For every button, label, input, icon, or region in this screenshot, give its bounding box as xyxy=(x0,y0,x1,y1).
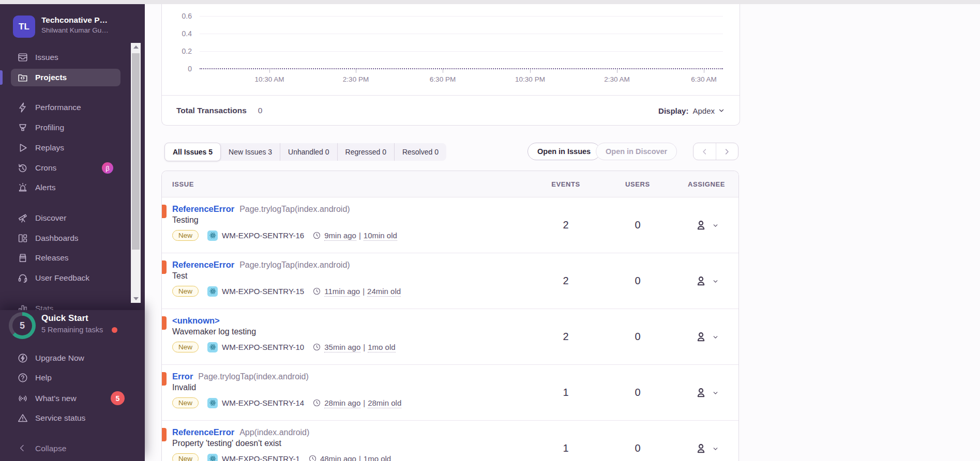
assignee-dropdown[interactable] xyxy=(674,219,738,232)
react-icon xyxy=(207,230,218,241)
sidebar-item-releases[interactable]: Releases xyxy=(11,249,120,267)
tab-regressed[interactable]: Regressed 0 xyxy=(337,143,394,161)
play-icon xyxy=(17,142,28,153)
scrollbar-up-arrow[interactable] xyxy=(131,43,141,51)
quick-start-progress-ring[interactable]: 5 xyxy=(9,312,36,339)
sidebar-collapse-button[interactable]: Collapse xyxy=(11,440,120,457)
issue-first-seen: 28min old xyxy=(368,398,401,408)
sidebar-item-performance[interactable]: Performance xyxy=(11,99,120,116)
react-icon xyxy=(207,342,218,352)
issue-title-link[interactable]: ReferenceError xyxy=(172,427,234,437)
column-users: USERS xyxy=(601,180,674,188)
assignee-dropdown[interactable] xyxy=(674,442,738,455)
issue-title-link[interactable]: Error xyxy=(172,372,193,381)
issue-row: <unknown> Wavemaker log testing New WM-E… xyxy=(162,309,738,365)
circle-lightning-icon xyxy=(17,352,28,364)
users-count: 0 xyxy=(601,331,674,343)
quick-start-subtitle: 5 Remaining tasks xyxy=(41,326,103,334)
issue-title-link[interactable]: <unknown> xyxy=(172,316,220,326)
issues-filter-tabs: All Issues 5New Issues 3Unhandled 0Regre… xyxy=(164,143,446,161)
org-subtitle: Shilwant Kumar Gu… xyxy=(41,26,119,34)
scrollbar-down-arrow[interactable] xyxy=(131,295,141,303)
issue-row: ReferenceError App(index.android) Proper… xyxy=(162,421,738,461)
issue-culprit: Page.trylogTap(index.android) xyxy=(198,372,308,381)
user-silhouette-icon xyxy=(695,386,707,399)
tab-unhandled[interactable]: Unhandled 0 xyxy=(280,143,337,161)
x-axis-tick: 2:30 PM xyxy=(330,75,382,83)
sidebar-item-alerts[interactable]: Alerts xyxy=(11,179,120,196)
assignee-dropdown[interactable] xyxy=(674,330,738,343)
error-level-bar xyxy=(162,372,167,386)
issue-message: Test xyxy=(172,271,531,281)
sidebar-item-projects[interactable]: Projects xyxy=(11,69,120,86)
issue-first-seen: 24min old xyxy=(367,287,401,297)
x-axis-tick: 6:30 PM xyxy=(417,75,469,83)
new-badge: New xyxy=(172,286,199,297)
issue-message: Testing xyxy=(172,216,531,225)
project-short-id: WM-EXPO-SENTRY-10 xyxy=(222,343,304,351)
profiling-icon xyxy=(17,122,28,133)
display-dropdown[interactable]: Display: Apdex xyxy=(658,106,725,115)
sidebar-item-service-status[interactable]: Service status xyxy=(11,409,120,427)
x-axis-tick-mark xyxy=(269,69,270,73)
issue-title-link[interactable]: ReferenceError xyxy=(172,204,234,214)
issue-row: Error Page.trylogTap(index.android) Inva… xyxy=(162,365,738,421)
scrollbar-thumb[interactable] xyxy=(132,53,140,250)
sidebar-item-discover[interactable]: Discover xyxy=(11,209,120,227)
x-axis-tick-mark xyxy=(356,69,356,73)
user-silhouette-icon xyxy=(695,330,707,343)
y-axis-tick: 0.6 xyxy=(169,12,192,20)
chevron-down-icon xyxy=(718,107,725,114)
x-axis-tick-mark xyxy=(704,69,704,73)
error-level-bar xyxy=(162,260,167,274)
users-count: 0 xyxy=(601,442,674,454)
previous-page-button[interactable] xyxy=(693,143,716,160)
chevron-down-icon xyxy=(712,333,719,340)
assignee-dropdown[interactable] xyxy=(674,386,738,399)
events-count: 2 xyxy=(531,219,601,231)
chart-gridline xyxy=(200,16,723,17)
next-page-button[interactable] xyxy=(716,143,738,160)
sidebar-item-replays[interactable]: Replays xyxy=(11,139,120,157)
main-content: 0.60.40.20 10:30 AM2:30 PM6:30 PM10:30 P… xyxy=(145,4,980,461)
users-count: 0 xyxy=(601,275,674,287)
x-axis-tick: 10:30 AM xyxy=(244,75,295,83)
sidebar-item-issues[interactable]: Issues xyxy=(11,49,120,66)
sidebar-item-profiling[interactable]: Profiling xyxy=(11,119,120,136)
tab-all-issues[interactable]: All Issues 5 xyxy=(164,143,221,161)
react-icon xyxy=(207,286,218,297)
sidebar-scrollbar[interactable] xyxy=(131,43,141,303)
telescope-icon xyxy=(17,212,28,224)
issue-first-seen: 10min old xyxy=(364,231,397,241)
user-silhouette-icon xyxy=(695,219,707,232)
error-level-bar xyxy=(162,316,167,330)
events-count: 1 xyxy=(531,387,601,398)
quick-start-title: Quick Start xyxy=(41,313,88,324)
project-short-id: WM-EXPO-SENTRY-1 xyxy=(222,454,300,461)
x-axis-tick-mark xyxy=(617,69,617,73)
tab-new-issues[interactable]: New Issues 3 xyxy=(221,143,280,161)
tab-resolved[interactable]: Resolved 0 xyxy=(394,143,446,161)
circle-question-icon xyxy=(17,372,28,383)
dashboard-grid-icon xyxy=(17,233,28,244)
open-in-issues-button[interactable]: Open in Issues xyxy=(527,143,600,160)
sidebar-item-dashboards[interactable]: Dashboards xyxy=(11,229,120,247)
assignee-dropdown[interactable] xyxy=(674,274,738,287)
issue-title-link[interactable]: ReferenceError xyxy=(172,260,234,270)
clock-icon xyxy=(308,454,317,461)
issue-cell: ReferenceError Page.trylogTap(index.andr… xyxy=(162,253,531,297)
browser-edge-strip xyxy=(0,0,980,4)
sidebar-item-user-feedback[interactable]: User Feedback xyxy=(11,269,120,287)
org-switcher[interactable]: TL Techconative P… Shilwant Kumar Gu… xyxy=(13,14,132,38)
new-badge: New xyxy=(172,342,199,352)
chevron-down-icon xyxy=(712,389,719,396)
clock-rotate-icon xyxy=(17,162,28,174)
inbox-icon xyxy=(17,52,28,63)
sidebar-item-whats-new[interactable]: What's new xyxy=(11,390,120,407)
y-axis-tick: 0 xyxy=(169,65,192,73)
sidebar-item-help[interactable]: Help xyxy=(11,369,120,387)
issue-first-seen: 1mo old xyxy=(368,343,395,352)
issue-first-seen: 1mo old xyxy=(364,454,391,461)
open-in-discover-button[interactable]: Open in Discover xyxy=(596,143,677,160)
sidebar-item-upgrade-now[interactable]: Upgrade Now xyxy=(11,349,120,367)
